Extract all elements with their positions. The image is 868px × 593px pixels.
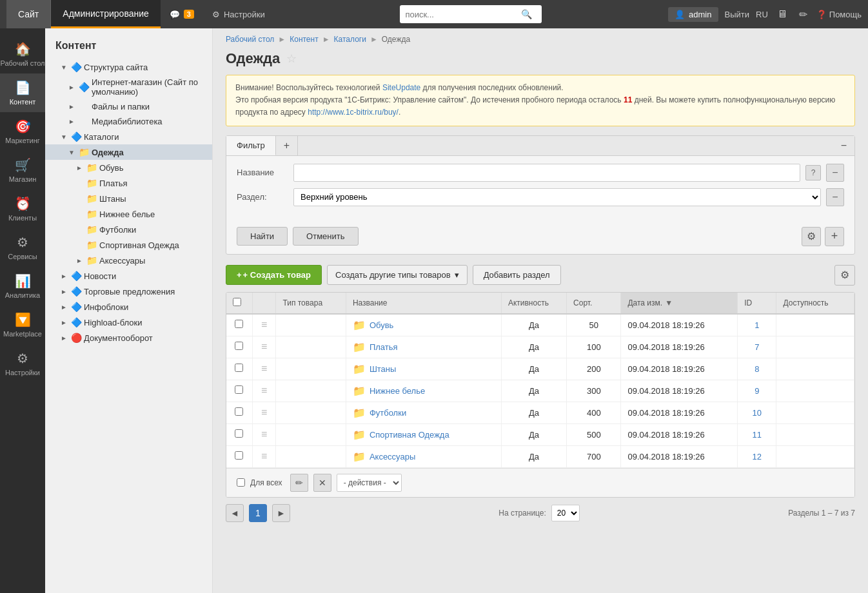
select-all-checkbox[interactable] (233, 298, 241, 306)
tree-item-media[interactable]: ► Медиабиблиотека (45, 114, 212, 129)
site-tab[interactable]: Сайт (6, 0, 51, 28)
row-name-link[interactable]: Обувь (370, 320, 393, 330)
tree-item-dresses[interactable]: 📁 Платья (45, 175, 212, 191)
drag-handle-icon[interactable]: ≡ (261, 341, 267, 352)
filter-gear-button[interactable]: ⚙ (802, 227, 821, 246)
breadcrumb-catalogs[interactable]: Каталоги (334, 35, 366, 44)
tree-item-site-structure[interactable]: ▼ 🔷 Структура сайта (45, 59, 212, 75)
tree-item-news[interactable]: ► 🔷 Новости (45, 268, 212, 284)
search-input[interactable] (405, 10, 521, 19)
tree-item-files[interactable]: ► Файлы и папки (45, 99, 212, 114)
filter-help-button[interactable]: ? (805, 165, 821, 180)
sidebar-item-services[interactable]: ⚙ Сервисы (0, 228, 45, 267)
messages-button[interactable]: 💬 3 (161, 10, 203, 19)
sidebar-item-shop[interactable]: 🛒 Магазин (0, 151, 45, 190)
drag-handle-icon[interactable]: ≡ (261, 385, 267, 396)
tree-item-trade-offers[interactable]: ► 🔷 Торговые предложения (45, 284, 212, 299)
drag-handle-icon[interactable]: ≡ (261, 407, 267, 418)
filter-plus-button[interactable]: + (825, 227, 844, 246)
row-name-link[interactable]: Футболки (370, 408, 406, 418)
breadcrumb-content[interactable]: Контент (290, 35, 318, 44)
row-id-link[interactable]: 11 (753, 430, 762, 440)
row-checkbox[interactable] (235, 320, 243, 328)
tree-item-clothes[interactable]: ▼ 📁 Одежда (45, 144, 212, 160)
footer-actions-select[interactable]: - действия - (337, 474, 402, 492)
tree-item-infoblocks[interactable]: ► 🔷 Инфоблоки (45, 299, 212, 315)
drag-handle-icon[interactable]: ≡ (261, 319, 267, 330)
filter-cancel-button[interactable]: Отменить (293, 227, 358, 246)
footer-delete-button[interactable]: ✕ (313, 474, 331, 492)
tree-item-catalogs[interactable]: ▼ 🔷 Каталоги (45, 129, 212, 144)
row-checkbox[interactable] (235, 407, 243, 416)
row-checkbox[interactable] (235, 364, 243, 372)
row-id-link[interactable]: 12 (753, 452, 762, 462)
row-checkbox[interactable] (235, 342, 243, 350)
tree-item-shoes[interactable]: ► 📁 Обувь (45, 160, 212, 175)
sidebar-item-settings[interactable]: ⚙ Настройки (0, 344, 45, 383)
filter-minimize-button[interactable]: − (833, 136, 854, 155)
row-name-link[interactable]: Спортивная Одежда (370, 430, 449, 440)
tree-item-internet-shop[interactable]: ► 🔷 Интернет-магазин (Сайт по умолчанию) (45, 75, 212, 99)
table-header-date[interactable]: Дата изм.▼ (621, 293, 738, 314)
tree-item-sportswear[interactable]: 📁 Спортивная Одежда (45, 237, 212, 253)
per-page-select[interactable]: 20 (551, 505, 580, 521)
row-checkbox[interactable] (235, 451, 243, 460)
sidebar-item-analytics[interactable]: 📊 Аналитика (0, 267, 45, 306)
star-icon[interactable]: ☆ (286, 52, 297, 66)
filter-tab[interactable]: Фильтр (226, 136, 276, 155)
create-other-button[interactable]: Создать другие типы товаров ▾ (327, 265, 468, 285)
row-name-link[interactable]: Аксессуары (370, 452, 415, 462)
sidebar-item-content[interactable]: 📄 Контент (0, 73, 45, 112)
filter-section-remove-button[interactable]: − (826, 188, 844, 206)
monitor-icon[interactable]: 🖥 (774, 8, 790, 20)
filter-find-button[interactable]: Найти (237, 227, 288, 246)
footer-select-all-checkbox[interactable] (237, 478, 245, 487)
filter-add-tab-button[interactable]: + (276, 136, 298, 155)
row-id-link[interactable]: 9 (755, 386, 759, 396)
row-name-link[interactable]: Нижнее белье (370, 386, 425, 396)
tree-item-underwear[interactable]: 📁 Нижнее белье (45, 206, 212, 222)
row-checkbox[interactable] (235, 429, 243, 438)
row-id-link[interactable]: 10 (753, 408, 762, 418)
tree-item-tshirts[interactable]: 📁 Футболки (45, 222, 212, 237)
tree-item-highload[interactable]: ► 🔷 Highload-блоки (45, 315, 212, 330)
sidebar-item-dashboard[interactable]: 🏠 Рабочий стол (0, 35, 45, 73)
toolbar-gear-button[interactable]: ⚙ (834, 265, 855, 286)
tree-item-docflow[interactable]: ► 🔴 Документооборот (45, 330, 212, 345)
admin-tab[interactable]: Администрирование (51, 0, 161, 28)
help-button[interactable]: ❓ Помощь (816, 10, 862, 19)
breadcrumb-dashboard[interactable]: Рабочий стол (226, 35, 274, 44)
buy-link[interactable]: http://www.1c-bitrix.ru/buy/ (308, 108, 399, 117)
footer-edit-button[interactable]: ✏ (290, 474, 308, 492)
lang-button[interactable]: RU (756, 10, 768, 19)
row-checkbox[interactable] (235, 385, 243, 394)
filter-name-input[interactable] (293, 164, 800, 182)
admin-user-button[interactable]: 👤 admin (668, 7, 718, 22)
row-name-link[interactable]: Платья (370, 342, 398, 352)
next-page-button[interactable]: ► (272, 504, 290, 522)
row-id-link[interactable]: 8 (755, 364, 759, 374)
row-name-cell: 📁Нижнее белье (346, 380, 501, 402)
logout-button[interactable]: Выйти (725, 10, 750, 19)
create-product-button[interactable]: + + Создать товар (226, 265, 322, 285)
filter-name-remove-button[interactable]: − (826, 164, 844, 182)
drag-handle-icon[interactable]: ≡ (261, 363, 267, 374)
sidebar-item-clients[interactable]: ⏰ Клиенты (0, 190, 45, 228)
prev-page-button[interactable]: ◄ (226, 504, 244, 522)
drag-handle-icon[interactable]: ≡ (261, 429, 267, 440)
sidebar-item-marketing[interactable]: 🎯 Маркетинг (0, 112, 45, 151)
row-name-link[interactable]: Штаны (370, 364, 396, 374)
add-section-button[interactable]: Добавить раздел (473, 265, 561, 285)
edit-icon[interactable]: ✏ (796, 8, 810, 21)
sidebar-item-marketplace[interactable]: 🔽 Marketplace (0, 306, 45, 344)
siteupdate-link[interactable]: SiteUpdate (382, 83, 420, 92)
drag-handle-icon[interactable]: ≡ (261, 451, 267, 462)
tree-item-pants[interactable]: 📁 Штаны (45, 191, 212, 206)
current-page-button[interactable]: 1 (249, 504, 267, 522)
row-id-link[interactable]: 7 (755, 342, 759, 352)
filter-section-select[interactable]: Верхний уровень (293, 188, 821, 206)
row-id-link[interactable]: 1 (755, 320, 759, 330)
tree-item-accessories[interactable]: ► 📁 Аксессуары (45, 253, 212, 268)
settings-nav-button[interactable]: ⚙ Настройки (203, 10, 274, 19)
search-icon[interactable]: 🔍 (521, 9, 532, 19)
